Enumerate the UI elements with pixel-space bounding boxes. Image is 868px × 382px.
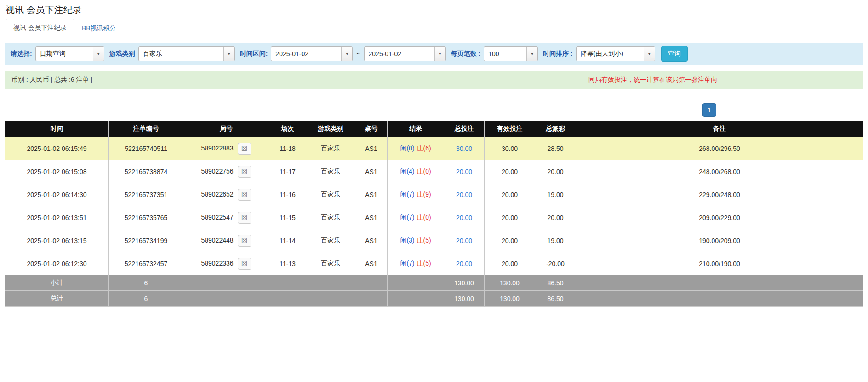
game-type-cell: 百家乐 xyxy=(306,137,355,160)
player-result: 闲(7) xyxy=(400,260,414,267)
valid-bet-cell: 20.00 xyxy=(485,183,535,206)
column-header: 时间 xyxy=(5,121,109,137)
valid-bet-cell: 20.00 xyxy=(485,160,535,183)
game-type-cell: 百家乐 xyxy=(306,183,355,206)
empty-cell xyxy=(306,275,355,291)
total-bet-cell: 30.00 xyxy=(444,137,485,160)
banker-result: 庄(0) xyxy=(417,168,431,175)
range-separator: ~ xyxy=(356,50,360,58)
grand-total-valid-bet: 130.00 xyxy=(485,291,535,307)
player-result: 闲(7) xyxy=(400,214,414,221)
per-page-select[interactable]: 100 ▼ xyxy=(484,46,538,61)
time-cell: 2025-01-02 06:15:49 xyxy=(5,137,109,160)
chevron-down-icon[interactable]: ▼ xyxy=(341,47,352,61)
banker-result: 庄(6) xyxy=(417,145,431,152)
note-cell: 229.00/248.00 xyxy=(576,183,863,206)
round-cell: 589022883⚄ xyxy=(183,137,269,160)
round-cell: 589022336⚄ xyxy=(183,252,269,275)
total-bet-link[interactable]: 30.00 xyxy=(456,145,472,152)
dice-icon: ⚄ xyxy=(241,214,247,221)
table-number-cell: AS1 xyxy=(355,160,388,183)
note-cell: 248.00/268.00 xyxy=(576,160,863,183)
round-detail-button[interactable]: ⚄ xyxy=(238,143,251,155)
round-detail-button[interactable]: ⚄ xyxy=(238,258,251,270)
game-type-select[interactable]: 百家乐 ▼ xyxy=(138,46,235,61)
grand-total-label: 总计 xyxy=(5,291,109,307)
round-cell: 589022756⚄ xyxy=(183,160,269,183)
page-title: 视讯 会员下注纪录 xyxy=(6,4,868,16)
game-type-cell: 百家乐 xyxy=(306,252,355,275)
time-cell: 2025-01-02 06:15:08 xyxy=(5,160,109,183)
payout-cell: 20.00 xyxy=(535,206,576,229)
column-header: 注单编号 xyxy=(109,121,183,137)
player-result: 闲(7) xyxy=(400,191,414,198)
summary-bar: 币别 : 人民币 | 总共 :6 注单 | 同局有效投注，统一计算在该局第一张注… xyxy=(5,71,863,89)
chevron-down-icon[interactable]: ▼ xyxy=(93,47,104,61)
round-detail-button[interactable]: ⚄ xyxy=(238,166,251,178)
tab-label: BB视讯积分 xyxy=(82,24,116,32)
sort-order-label: 时间排序 : xyxy=(543,50,573,58)
dice-icon: ⚄ xyxy=(241,145,247,152)
total-bet-cell: 20.00 xyxy=(444,160,485,183)
round-number: 589022547 xyxy=(201,213,233,220)
column-header: 有效投注 xyxy=(485,121,535,137)
column-header: 桌号 xyxy=(355,121,388,137)
tab-video-bet-records[interactable]: 视讯 会员下注纪录 xyxy=(6,19,74,37)
payout-cell: 19.00 xyxy=(535,229,576,252)
chevron-down-icon[interactable]: ▼ xyxy=(644,47,655,61)
session-cell: 11-13 xyxy=(269,252,306,275)
round-detail-button[interactable]: ⚄ xyxy=(238,189,251,201)
query-type-select[interactable]: 日期查询 ▼ xyxy=(35,46,104,61)
result-cell: 闲(7)庄(0) xyxy=(388,206,444,229)
banker-result: 庄(0) xyxy=(417,214,431,221)
sort-order-select[interactable]: 降幂(由大到小) ▼ xyxy=(576,46,655,61)
bet-number-cell: 522165734199 xyxy=(109,229,183,252)
time-cell: 2025-01-02 06:13:15 xyxy=(5,229,109,252)
total-bet-link[interactable]: 20.00 xyxy=(456,260,472,267)
chevron-down-icon[interactable]: ▼ xyxy=(526,47,537,61)
sort-order-value: 降幂(由大到小) xyxy=(577,47,644,61)
per-page-value: 100 xyxy=(484,47,526,61)
date-to-select[interactable]: 2025-01-02 ▼ xyxy=(364,46,446,61)
banker-result: 庄(5) xyxy=(417,260,431,267)
bet-number-cell: 522165740511 xyxy=(109,137,183,160)
chevron-down-icon[interactable]: ▼ xyxy=(434,47,445,61)
round-detail-button[interactable]: ⚄ xyxy=(238,235,251,247)
game-type-label: 游戏类别 xyxy=(109,50,135,58)
result-cell: 闲(7)庄(5) xyxy=(388,252,444,275)
time-range-label: 时间区间: xyxy=(240,50,268,58)
bet-number-cell: 522165732457 xyxy=(109,252,183,275)
round-number: 589022448 xyxy=(201,236,233,243)
tab-bb-video-points[interactable]: BB视讯积分 xyxy=(74,20,124,37)
column-header: 游戏类别 xyxy=(306,121,355,137)
banker-result: 庄(9) xyxy=(417,191,431,198)
date-from-select[interactable]: 2025-01-02 ▼ xyxy=(271,46,353,61)
session-cell: 11-18 xyxy=(269,137,306,160)
payout-cell: 19.00 xyxy=(535,183,576,206)
time-cell: 2025-01-02 06:12:30 xyxy=(5,252,109,275)
round-detail-button[interactable]: ⚄ xyxy=(238,212,251,224)
chevron-down-icon[interactable]: ▼ xyxy=(223,47,234,61)
search-button[interactable]: 查询 xyxy=(661,46,688,62)
total-bet-link[interactable]: 20.00 xyxy=(456,191,472,198)
dice-icon: ⚄ xyxy=(241,237,247,244)
result-cell: 闲(7)庄(9) xyxy=(388,183,444,206)
empty-cell xyxy=(183,291,269,307)
grand-total-row: 总计 6 130.00 130.00 86.50 xyxy=(5,291,863,307)
total-bet-link[interactable]: 20.00 xyxy=(456,214,472,221)
dice-icon: ⚄ xyxy=(241,191,247,198)
subtotal-label: 小计 xyxy=(5,275,109,291)
subtotal-count: 6 xyxy=(109,275,183,291)
page-button-1[interactable]: 1 xyxy=(702,103,716,117)
column-header: 局号 xyxy=(183,121,269,137)
valid-bet-cell: 30.00 xyxy=(485,137,535,160)
records-tbody: 2025-01-02 06:15:49 522165740511 5890228… xyxy=(5,137,863,275)
result-cell: 闲(0)庄(6) xyxy=(388,137,444,160)
empty-cell xyxy=(388,275,444,291)
total-bet-link[interactable]: 20.00 xyxy=(456,168,472,175)
grand-total-payout: 86.50 xyxy=(535,291,576,307)
game-type-value: 百家乐 xyxy=(139,47,223,61)
total-bet-link[interactable]: 20.00 xyxy=(456,237,472,244)
note-cell: 268.00/296.50 xyxy=(576,137,863,160)
round-cell: 589022448⚄ xyxy=(183,229,269,252)
